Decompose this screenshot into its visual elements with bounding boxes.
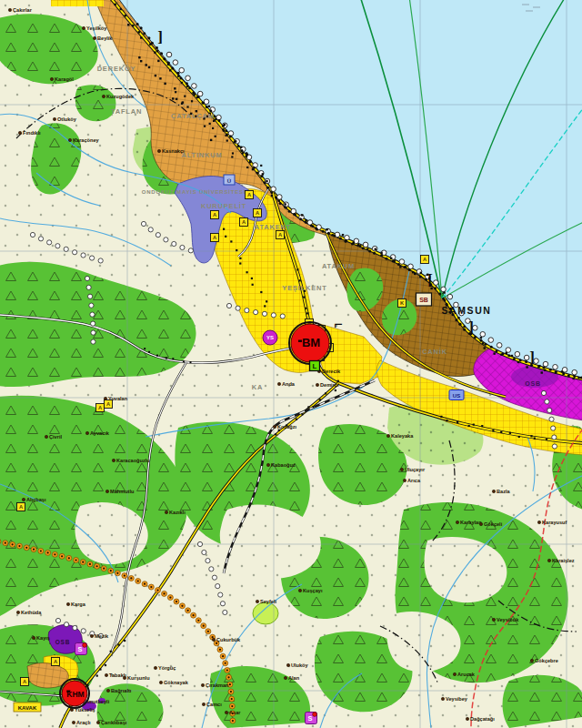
- building-dot: [225, 236, 226, 238]
- building-dot: [246, 152, 247, 154]
- coast-circle-symbol: [173, 60, 178, 66]
- village-label: Kasnakçı: [162, 148, 185, 154]
- building-dot: [231, 156, 233, 157]
- map-canvas[interactable]: DEREKÖYTAFLANÇATALÇAMALTINKUMATAKUMYEŞİL…: [0, 0, 582, 728]
- coast-circle-symbol: [179, 67, 185, 73]
- building-dot: [140, 36, 142, 38]
- village-dot: [453, 672, 456, 675]
- village-label: Alan: [288, 675, 300, 681]
- orange-chain-dot: [40, 550, 42, 551]
- coast-building-dot: [315, 227, 317, 229]
- coast-building-dot: [225, 129, 227, 132]
- building-dot: [175, 91, 176, 93]
- village-label: Anda: [282, 381, 296, 387]
- area-label: OSB: [525, 380, 541, 387]
- village-dot: [53, 117, 55, 120]
- coast-circle-symbol: [408, 264, 414, 269]
- orchard-circle-symbol: [172, 241, 176, 246]
- coast-circle-symbol: [399, 259, 405, 265]
- building-dot: [500, 431, 502, 433]
- village-label: Derecik: [322, 369, 341, 374]
- coast-building-dot: [233, 140, 236, 143]
- coast-circle-symbol: [363, 242, 368, 248]
- building-dot: [110, 651, 112, 652]
- coast-circle-symbol: [441, 287, 447, 292]
- coast-building-dot: [206, 106, 208, 108]
- orchard-circle-symbol: [73, 250, 77, 255]
- coast-building-dot: [484, 343, 487, 346]
- coast-building-dot: [480, 339, 483, 342]
- coast-circle-symbol: [197, 91, 203, 96]
- building-dot: [166, 358, 167, 359]
- coast-building-dot: [160, 52, 163, 55]
- coast-building-dot: [167, 62, 170, 65]
- village-dot: [8, 8, 11, 11]
- building-dot: [239, 258, 241, 259]
- building-dot: [191, 100, 193, 102]
- coast-building-dot: [408, 268, 411, 271]
- building-dot: [457, 317, 459, 318]
- orange-chain-dot: [163, 592, 165, 594]
- orchard-circle-symbol: [552, 435, 557, 440]
- orange-chain-dot: [61, 555, 63, 557]
- village-dot: [45, 435, 47, 438]
- village-label: Çırakman: [206, 682, 229, 688]
- orchard-circle-symbol: [271, 313, 276, 318]
- village-dot: [165, 511, 167, 513]
- village-label: Ayvacık: [90, 430, 110, 436]
- building-dot: [484, 347, 486, 349]
- coast-building-dot: [256, 171, 259, 174]
- village-dot: [316, 383, 318, 386]
- kavak-label: KAVAK: [18, 705, 37, 711]
- bright-green-field: [253, 602, 278, 624]
- building-dot: [366, 248, 368, 249]
- coast-building-dot: [264, 181, 266, 184]
- village-label: Kabaoğuz: [271, 462, 296, 468]
- samsun-region-map[interactable]: DEREKÖYTAFLANÇATALÇAMALTINKUMATAKUMYEŞİL…: [0, 0, 582, 728]
- building-dot: [262, 173, 264, 175]
- orange-chain-dot: [130, 577, 132, 579]
- building-dot: [115, 4, 116, 5]
- orchard-circle-symbol: [552, 444, 557, 449]
- orchard-circle-symbol: [254, 309, 258, 314]
- coast-building-dot: [542, 367, 545, 369]
- orange-chain-dot: [169, 596, 171, 598]
- coast-building-dot: [179, 77, 182, 80]
- village-label: Karagöl: [55, 76, 74, 82]
- orchard-circle-symbol: [86, 285, 91, 289]
- orchard-circle-symbol: [64, 247, 68, 251]
- orchard-circle-symbol: [218, 592, 223, 597]
- building-dot: [157, 60, 159, 62]
- area-label: ALTINKUM: [181, 151, 222, 159]
- village-dot: [202, 703, 205, 705]
- village-label: Alıçbaşı: [26, 497, 46, 502]
- building-dot: [138, 56, 140, 58]
- orange-chain-dot: [226, 669, 228, 671]
- building-dot: [278, 199, 280, 201]
- building-dot: [301, 214, 303, 216]
- orange-chain-dot: [212, 636, 214, 638]
- orchard-circle-symbol: [541, 390, 546, 395]
- coast-circle-symbol: [524, 355, 529, 360]
- coast-building-dot: [217, 119, 220, 122]
- coast-building-dot: [253, 167, 256, 169]
- coast-building-dot: [392, 259, 395, 262]
- coast-building-dot: [434, 287, 436, 289]
- village-label: Karaylan: [460, 520, 482, 525]
- orange-chain-dot: [95, 565, 97, 567]
- village-dot: [66, 602, 69, 605]
- building-dot: [236, 249, 237, 251]
- village-dot: [530, 659, 533, 662]
- orange-chain-dot: [12, 543, 14, 545]
- orchard-circle-symbol: [226, 303, 231, 308]
- coast-circle-symbol: [192, 84, 197, 89]
- coast-circle-symbol: [553, 364, 558, 369]
- village-dot: [32, 636, 35, 639]
- village-label: Fındıklı: [23, 130, 41, 136]
- coast-building-dot: [202, 101, 205, 104]
- building-dot: [511, 355, 513, 357]
- village-label: Beylik: [97, 35, 113, 41]
- village-dot: [492, 618, 495, 621]
- village-label: Mahmutlu: [110, 489, 135, 494]
- building-dot: [577, 377, 579, 379]
